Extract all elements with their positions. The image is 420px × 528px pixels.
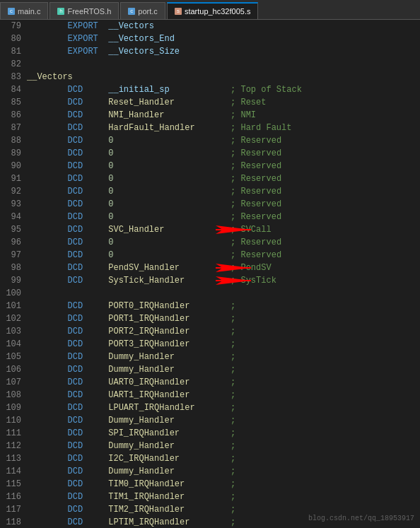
code-row: 114 DCD Dummy_Handler ; xyxy=(0,465,420,478)
line-content: DCD SPI_IRQHandler ; xyxy=(27,427,420,440)
code-row: 99 DCD SysTick_Handler ; SysTick xyxy=(0,274,420,287)
line-content: DCD UART0_IRQHandler ; xyxy=(27,376,420,389)
code-row: 82 xyxy=(0,58,420,71)
line-number: 100 xyxy=(0,287,27,300)
code-row: 85 DCD Reset_Handler ; Reset xyxy=(0,96,420,109)
line-number: 101 xyxy=(0,300,27,312)
code-row: 89 DCD 0 ; Reserved xyxy=(0,147,420,160)
line-content xyxy=(27,58,420,71)
line-number: 107 xyxy=(0,376,27,389)
line-content: DCD PORT3_IRQHandler ; xyxy=(27,338,420,351)
code-row: 108 DCD UART1_IRQHandler ; xyxy=(0,389,420,401)
line-content: DCD 0 ; Reserved xyxy=(27,198,420,211)
tab-freertos-h-label: FreeRTOS.h xyxy=(67,7,111,16)
line-content: __Vectors xyxy=(27,71,420,83)
tab-startup-label: startup_hc32f005.s xyxy=(185,7,251,16)
line-content: DCD Dummy_Handler ; xyxy=(27,440,420,452)
code-row: 109 DCD LPUART_IRQHandler ; xyxy=(0,401,420,414)
code-row: 106 DCD Dummy_Handler ; xyxy=(0,363,420,376)
line-content: DCD Dummy_Handler ; xyxy=(27,351,420,363)
code-row: 90 DCD 0 ; Reserved xyxy=(0,160,420,172)
code-row: 117 DCD TIM2_IRQHandler ; xyxy=(0,503,420,516)
line-number: 80 xyxy=(0,33,27,45)
code-row: 97 DCD 0 ; Reserved xyxy=(0,249,420,262)
line-content: EXPORT __Vectors_Size xyxy=(27,45,420,58)
line-number: 90 xyxy=(0,160,27,172)
line-content: DCD SysTick_Handler ; SysTick xyxy=(27,274,420,287)
line-number: 115 xyxy=(0,478,27,491)
line-number: 81 xyxy=(0,45,27,58)
code-row: 107 DCD UART0_IRQHandler ; xyxy=(0,376,420,389)
line-content: DCD 0 ; Reserved xyxy=(27,249,420,262)
line-number: 98 xyxy=(0,262,27,274)
code-row: 100 xyxy=(0,287,420,300)
line-number: 103 xyxy=(0,325,27,338)
line-number: 117 xyxy=(0,503,27,516)
line-content: DCD __initial_sp ; Top of Stack xyxy=(27,83,420,96)
code-row: 113 DCD I2C_IRQHandler ; xyxy=(0,452,420,465)
line-content: DCD 0 ; Reserved xyxy=(27,236,420,249)
tab-main-c-icon: c xyxy=(8,8,15,15)
code-lines: 79 EXPORT __Vectors80 EXPORT __Vectors_E… xyxy=(0,20,420,528)
line-content: DCD SVC_Handler ; SVCall xyxy=(27,223,420,236)
code-row: 84 DCD __initial_sp ; Top of Stack xyxy=(0,83,420,96)
tab-port-c[interactable]: c port.c xyxy=(120,2,165,19)
line-content: DCD Dummy_Handler ; xyxy=(27,414,420,427)
line-number: 89 xyxy=(0,147,27,160)
line-content: DCD 0 ; Reserved xyxy=(27,134,420,147)
line-content: EXPORT __Vectors_End xyxy=(27,33,420,45)
code-row: 115 DCD TIM0_IRQHandler ; xyxy=(0,478,420,491)
line-content: DCD TIM2_IRQHandler ; xyxy=(27,503,420,516)
line-content: DCD 0 ; Reserved xyxy=(27,160,420,172)
line-content: DCD 0 ; Reserved xyxy=(27,172,420,185)
line-content: DCD TIM0_IRQHandler ; xyxy=(27,478,420,491)
code-row: 91 DCD 0 ; Reserved xyxy=(0,172,420,185)
line-number: 85 xyxy=(0,96,27,109)
line-content: DCD LPTIM_IRQHandler ; xyxy=(27,516,420,528)
code-row: 103 DCD PORT2_IRQHandler ; xyxy=(0,325,420,338)
code-row: 83__Vectors xyxy=(0,71,420,83)
tab-port-c-label: port.c xyxy=(138,7,158,16)
line-number: 105 xyxy=(0,351,27,363)
code-row: 101 DCD PORT0_IRQHandler ; xyxy=(0,300,420,312)
line-content: DCD I2C_IRQHandler ; xyxy=(27,452,420,465)
line-number: 95 xyxy=(0,223,27,236)
line-number: 91 xyxy=(0,172,27,185)
code-row: 116 DCD TIM1_IRQHandler ; xyxy=(0,491,420,503)
line-number: 114 xyxy=(0,465,27,478)
line-number: 112 xyxy=(0,440,27,452)
line-number: 94 xyxy=(0,211,27,223)
code-editor: 79 EXPORT __Vectors80 EXPORT __Vectors_E… xyxy=(0,20,420,528)
line-content: DCD NMI_Handler ; NMI xyxy=(27,109,420,122)
line-number: 99 xyxy=(0,274,27,287)
code-row: 86 DCD NMI_Handler ; NMI xyxy=(0,109,420,122)
code-row: 92 DCD 0 ; Reserved xyxy=(0,185,420,198)
line-content: DCD PORT2_IRQHandler ; xyxy=(27,325,420,338)
line-content: DCD 0 ; Reserved xyxy=(27,147,420,160)
code-row: 110 DCD Dummy_Handler ; xyxy=(0,414,420,427)
line-number: 108 xyxy=(0,389,27,401)
code-row: 111 DCD SPI_IRQHandler ; xyxy=(0,427,420,440)
tab-port-c-icon: c xyxy=(128,8,135,15)
line-number: 110 xyxy=(0,414,27,427)
tab-main-c-label: main.c xyxy=(18,7,40,16)
code-row: 79 EXPORT __Vectors xyxy=(0,20,420,33)
tab-main-c[interactable]: c main.c xyxy=(0,2,48,19)
code-row: 80 EXPORT __Vectors_End xyxy=(0,33,420,45)
line-number: 97 xyxy=(0,249,27,262)
editor-container: c main.c h FreeRTOS.h c port.c s startup… xyxy=(0,0,420,528)
line-number: 86 xyxy=(0,109,27,122)
line-number: 92 xyxy=(0,185,27,198)
code-row: 112 DCD Dummy_Handler ; xyxy=(0,440,420,452)
line-number: 93 xyxy=(0,198,27,211)
line-number: 118 xyxy=(0,516,27,528)
line-number: 116 xyxy=(0,491,27,503)
tab-freertos-h[interactable]: h FreeRTOS.h xyxy=(49,2,119,19)
line-content: DCD Dummy_Handler ; xyxy=(27,363,420,376)
tab-startup[interactable]: s startup_hc32f005.s xyxy=(167,2,259,19)
line-content: DCD 0 ; Reserved xyxy=(27,185,420,198)
line-number: 102 xyxy=(0,312,27,325)
line-number: 82 xyxy=(0,58,27,71)
code-row: 88 DCD 0 ; Reserved xyxy=(0,134,420,147)
line-content: DCD PORT1_IRQHandler ; xyxy=(27,312,420,325)
